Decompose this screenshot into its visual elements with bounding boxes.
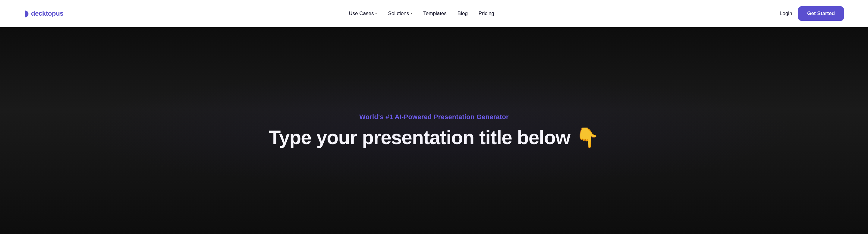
nav-item-blog[interactable]: Blog [458,10,468,17]
get-started-button[interactable]: Get Started [798,6,844,21]
hero-subtitle: World's #1 AI-Powered Presentation Gener… [359,113,509,121]
hero-emoji: 👇 [575,127,599,148]
chevron-down-icon: ▾ [375,11,377,16]
login-button[interactable]: Login [780,10,792,17]
nav-item-solutions[interactable]: Solutions ▾ [388,10,412,17]
nav-links: Use Cases ▾ Solutions ▾ Templates Blog P… [349,10,494,17]
logo-icon: ◗ [24,9,29,18]
nav-auth-area: Login Get Started [780,6,844,21]
nav-item-use-cases[interactable]: Use Cases ▾ [349,10,377,17]
logo-area[interactable]: ◗ decktopus [24,9,63,18]
hero-section: World's #1 AI-Powered Presentation Gener… [0,27,868,234]
nav-item-pricing[interactable]: Pricing [478,10,494,17]
hero-title: Type your presentation title below 👇 [269,127,599,148]
logo-text: decktopus [31,10,63,18]
chevron-down-icon: ▾ [410,11,412,16]
navbar: ◗ decktopus Use Cases ▾ Solutions ▾ Temp… [0,0,868,27]
nav-item-templates[interactable]: Templates [423,10,446,17]
